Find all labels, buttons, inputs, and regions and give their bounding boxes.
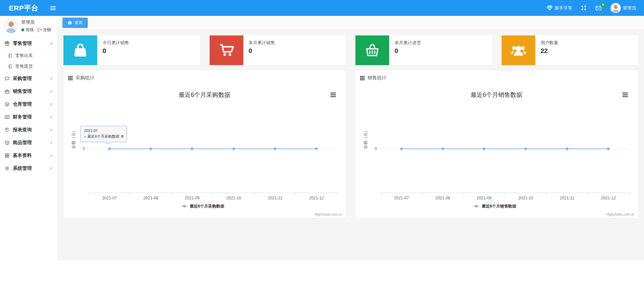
messages-button[interactable]: 0	[595, 6, 601, 10]
card-label: 今日累计销售	[103, 40, 129, 46]
x-tick-label: 2021-08	[143, 196, 158, 200]
pie-chart-icon	[4, 127, 10, 133]
tooltip-date: 2021-07	[84, 129, 123, 133]
navbar-right: 新手引导 0 管理员	[547, 3, 636, 13]
chevron-left-icon	[50, 154, 53, 157]
card-label: 用户数量	[541, 40, 558, 46]
sidebar-item-retail[interactable]: 零售管理	[0, 37, 57, 50]
chevron-left-icon	[50, 128, 53, 132]
gem-icon	[547, 5, 553, 10]
sidebar-user-panel: 管理员 在线 注销	[0, 16, 57, 37]
th-grid-icon	[360, 76, 365, 80]
chevron-left-icon	[50, 103, 53, 106]
top-navbar: ERP平台 新手引导 0 管理员	[0, 0, 644, 16]
chart-title: 最近6个月采购数据	[179, 91, 230, 98]
users-icon	[502, 35, 535, 65]
sidebar-toggle-button[interactable]	[50, 6, 56, 10]
x-tick-label: 2021-07	[394, 196, 409, 200]
panel-title: 采购统计	[76, 75, 95, 81]
series-line[interactable]	[400, 147, 610, 150]
file-icon	[8, 53, 12, 58]
user-menu[interactable]: 管理员	[611, 3, 636, 13]
card-today-sales: 今日累计销售 0	[63, 35, 200, 65]
guide-button[interactable]: 新手引导	[547, 5, 572, 11]
panel-sales-stats: 销售统计 最近6个月销售数据 金额（元） 0	[355, 71, 638, 218]
tooltip-series-label: 最近6个月采购数据:	[87, 134, 121, 138]
card-label: 本月累计销售	[249, 40, 275, 46]
tabs-bar: 首页	[57, 16, 644, 30]
sidebar-item-retail-return[interactable]: 零售退货	[0, 61, 57, 72]
cube-icon	[4, 140, 10, 145]
avatar	[611, 3, 621, 13]
x-axis-ticks	[381, 193, 629, 195]
legend-item[interactable]: 最近6个月销售数据	[474, 204, 516, 209]
chart-tooltip: 2021-07 ●最近6个月采购数据: 0	[80, 126, 127, 142]
sign-out-icon	[37, 28, 42, 32]
chevron-left-icon	[50, 90, 53, 93]
briefcase-icon	[4, 89, 10, 94]
sidebar-username: 管理员	[21, 19, 51, 25]
sidebar-item-products[interactable]: 商品管理	[0, 136, 57, 149]
chevron-left-icon	[50, 141, 53, 144]
sidebar-item-system[interactable]: 系统管理	[0, 162, 57, 175]
chevron-left-icon	[50, 167, 53, 170]
legend-item[interactable]: 最近6个月采购数据	[182, 204, 224, 209]
chart-title: 最近6个月销售数据	[471, 91, 522, 98]
y-tick-label: 0	[83, 146, 85, 151]
logout-link[interactable]: 注销	[37, 27, 51, 33]
card-month-purchase: 本月累计进货 0	[355, 35, 492, 65]
shopping-bag-icon	[63, 35, 97, 65]
sidebar-item-purchase[interactable]: 采购管理	[0, 72, 57, 85]
tab-home[interactable]: 首页	[62, 18, 88, 28]
chat-icon	[4, 76, 10, 81]
series-line[interactable]	[108, 147, 318, 150]
th-grid-icon	[68, 76, 73, 80]
online-status-label: 在线	[26, 27, 34, 33]
x-axis-ticks	[89, 193, 337, 195]
chart-context-menu-button[interactable]	[330, 92, 336, 97]
sidebar-item-reports[interactable]: 报表查询	[0, 124, 57, 136]
purchase-chart: 最近6个月采购数据 金额（元） 0 2021-07	[63, 85, 346, 218]
card-value: 0	[249, 47, 275, 55]
dashboard: 今日累计销售 0 本月累计销售 0 本月累计进货 0	[57, 30, 644, 261]
tooltip-value: 0	[121, 134, 123, 138]
sidebar-item-finance[interactable]: 财务管理	[0, 111, 57, 124]
chevron-left-icon	[50, 77, 53, 80]
x-tick-label: 2021-08	[435, 196, 450, 200]
charts-row: 采购统计 最近6个月采购数据 金额（元） 0	[63, 71, 638, 218]
map-book-icon	[4, 114, 10, 120]
highcharts-credits-link[interactable]: Highcharts.com.cn	[315, 213, 342, 216]
sidebar: 管理员 在线 注销 零售管理 零售出库 零售退货	[0, 16, 57, 300]
chart-context-menu-button[interactable]	[622, 92, 628, 97]
x-tick-label: 2021-09	[477, 196, 491, 200]
card-user-count: 用户数量 22	[502, 35, 638, 65]
highcharts-credits-link[interactable]: Highcharts.com.cn	[607, 213, 634, 216]
x-tick-label: 2021-12	[601, 196, 616, 200]
messages-count-badge: 0	[601, 3, 605, 7]
x-tick-label: 2021-12	[309, 196, 324, 200]
basket-icon	[355, 35, 389, 65]
retail-submenu: 零售出库 零售退货	[0, 50, 57, 72]
panel-title: 销售统计	[368, 75, 386, 81]
sidebar-item-basic-data[interactable]: 基本资料	[0, 149, 57, 162]
sidebar-item-sales[interactable]: 销售管理	[0, 85, 57, 98]
card-value: 0	[103, 47, 129, 55]
app-brand: ERP平台	[9, 3, 38, 13]
svg-text:最近6个月销售数据: 最近6个月销售数据	[482, 204, 516, 209]
username-label: 管理员	[623, 5, 636, 11]
y-axis-title: 金额（元）	[363, 129, 368, 149]
y-tick-label: 0	[375, 146, 377, 151]
sidebar-item-retail-outbound[interactable]: 零售出库	[0, 50, 57, 61]
chevron-down-icon	[50, 42, 53, 45]
home-icon	[68, 21, 72, 25]
svg-text:最近6个月采购数据: 最近6个月采购数据	[190, 204, 224, 209]
x-tick-label: 2021-11	[560, 196, 574, 200]
x-tick-label: 2021-07	[102, 196, 117, 200]
fullscreen-button[interactable]	[581, 5, 586, 10]
main-content: 首页 今日累计销售 0 本月累计销售 0	[57, 16, 644, 300]
card-value: 22	[541, 47, 558, 55]
fullscreen-arrows-icon	[581, 5, 586, 10]
sidebar-item-warehouse[interactable]: 仓库管理	[0, 98, 57, 111]
tooltip-series-marker: ●	[84, 135, 86, 138]
layers-icon	[4, 102, 10, 107]
